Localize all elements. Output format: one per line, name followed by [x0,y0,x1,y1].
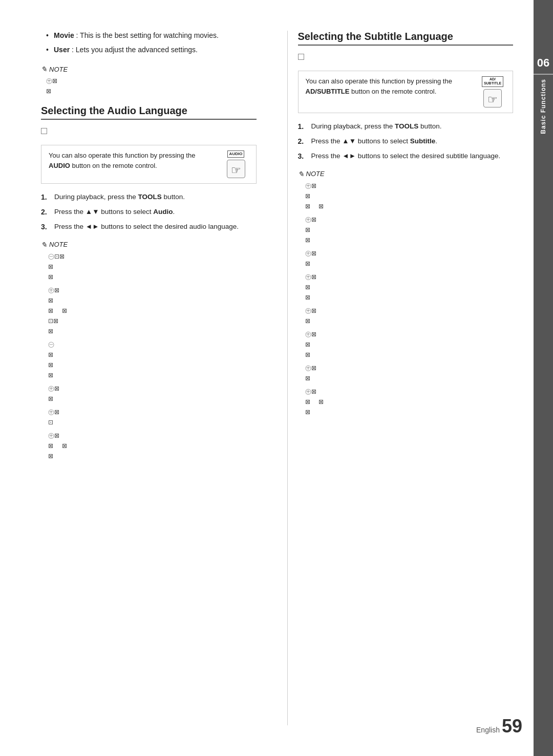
note-block-3: ㊀ ⊠ ⊠ ⊠ [46,340,257,380]
side-tab: 06 Basic Functions [534,0,553,756]
note-content-top: ㊉⊠ ⊠ [41,76,257,96]
note-block-5: ㊉⊠ ⊡ [46,407,257,427]
subtitle-function-box: You can also operate this function by pr… [298,71,514,113]
bullet-user-label: User [54,46,70,54]
bullet-item-movie: Movie : This is the best setting for wat… [46,31,257,41]
step-text-2: Press the ▲▼ buttons to select Audio. [54,207,175,218]
note-label-audio: NOTE [41,241,257,249]
step-num-1: 1. [41,192,51,203]
step-text-3: Press the ◄► buttons to select the desir… [54,222,239,232]
hand-icon-right: ☞ [487,94,498,105]
audio-function-box: You can also operate this function by pr… [41,145,257,184]
right-column: Selecting the Subtitle Language You can … [287,31,514,725]
side-tab-number: 06 [537,56,549,70]
subtitle-function-text: You can also operate this function by pr… [306,76,475,96]
step-text-1: During playback, press the TOOLS button. [54,192,185,203]
bullet-user-text: : Lets you adjust the advanced settings. [72,46,198,54]
subtitle-step-text-3: Press the ◄► buttons to select the desir… [311,151,501,162]
subtitle-step-num-2: 2. [298,136,308,147]
garbled-line-1: ㊉⊠ [46,76,257,85]
subtitle-note-block-8: ㊉⊠ ⊠ ⊠ ⊠ [303,387,514,417]
audio-step-1: 1. During playback, press the TOOLS butt… [41,192,257,203]
step-num-3: 3. [41,222,51,232]
note-content-subtitle: ㊉⊠ ⊠ ⊠ ⊠ ㊉⊠ ⊠ ⊠ ㊉⊠ ⊠ ㊉⊠ [298,181,514,417]
audio-remote-btn: AUDIO ☞ [223,150,249,178]
note-content-audio: ㊀⊡⊠ ⊠ ⊠ ㊉⊠ ⊠ ⊠ ⊠ ⊡⊠ ⊠ ㊀ ⊠ ⊠ [41,252,257,461]
subtitle-step-2: 2. Press the ▲▼ buttons to select Subtit… [298,136,514,147]
bullet-list: Movie : This is the best setting for wat… [41,31,257,55]
main-content: Movie : This is the best setting for wat… [0,0,534,756]
bullet-item-user: User : Lets you adjust the advanced sett… [46,45,257,55]
subtitle-language-heading: Selecting the Subtitle Language [298,31,514,46]
small-square-left [41,128,257,140]
page-footer: English 59 [476,717,522,736]
subtitle-btn-label: AD/SUBTITLE [482,76,503,87]
subtitle-note-block-4: ㊉⊠ ⊠ ⊠ [303,272,514,302]
subtitle-step-text-2: Press the ▲▼ buttons to select Subtitle. [311,136,438,147]
subtitle-steps: 1. During playback, press the TOOLS butt… [298,121,514,162]
audio-step-2: 2. Press the ▲▼ buttons to select Audio. [41,207,257,218]
subtitle-note-block-2: ㊉⊠ ⊠ ⊠ [303,215,514,245]
left-column: Movie : This is the best setting for wat… [41,31,267,725]
garbled-line-2: ⊠ [46,87,257,96]
audio-btn-icon: ☞ [227,160,245,178]
page-container: Movie : This is the best setting for wat… [0,0,553,756]
audio-btn-label: AUDIO [227,150,245,158]
audio-function-text: You can also operate this function by pr… [49,150,218,170]
subtitle-btn-icon: ☞ [483,89,502,107]
small-square-right [298,54,514,66]
subtitle-step-num-3: 3. [298,151,308,162]
subtitle-step-num-1: 1. [298,121,308,132]
bullet-movie-text: : This is the best setting for watching … [76,31,219,39]
subtitle-step-1: 1. During playback, press the TOOLS butt… [298,121,514,132]
page-footer-text: English [476,726,500,734]
note-block-6: ㊉⊠ ⊠ ⊠ ⊠ [46,431,257,461]
note-section-top: NOTE ㊉⊠ ⊠ [41,65,257,96]
subtitle-note-block-6: ㊉⊠ ⊠ ⊠ [303,330,514,359]
note-block-2: ㊉⊠ ⊠ ⊠ ⊠ ⊡⊠ ⊠ [46,286,257,336]
note-block-1: ㊀⊡⊠ ⊠ ⊠ [46,252,257,282]
step-num-2: 2. [41,207,51,218]
subtitle-remote-btn: AD/SUBTITLE ☞ [480,76,505,107]
note-block-4: ㊉⊠ ⊠ [46,384,257,403]
subtitle-step-3: 3. Press the ◄► buttons to select the de… [298,151,514,162]
audio-language-heading: Selecting the Audio Language [41,105,257,120]
note-label-top: NOTE [41,65,257,73]
subtitle-note-block-3: ㊉⊠ ⊠ [303,249,514,268]
subtitle-note-block-5: ㊉⊠ ⊠ [303,306,514,326]
subtitle-note-block-7: ㊉⊠ ⊠ [303,363,514,383]
side-tab-label: Basic Functions [540,79,547,134]
subtitle-step-text-1: During playback, press the TOOLS button. [311,121,442,132]
bullet-movie-label: Movie [54,31,74,39]
subtitle-note-block-1: ㊉⊠ ⊠ ⊠ ⊠ [303,181,514,211]
note-section-audio-bottom: NOTE ㊀⊡⊠ ⊠ ⊠ ㊉⊠ ⊠ ⊠ ⊠ ⊡⊠ ⊠ [41,241,257,461]
page-footer-number: 59 [502,717,522,736]
hand-icon-left: ☞ [231,165,241,176]
note-section-subtitle: NOTE ㊉⊠ ⊠ ⊠ ⊠ ㊉⊠ ⊠ ⊠ ㊉⊠ ⊠ [298,170,514,417]
audio-steps: 1. During playback, press the TOOLS butt… [41,192,257,232]
audio-step-3: 3. Press the ◄► buttons to select the de… [41,222,257,232]
note-label-subtitle: NOTE [298,170,514,178]
